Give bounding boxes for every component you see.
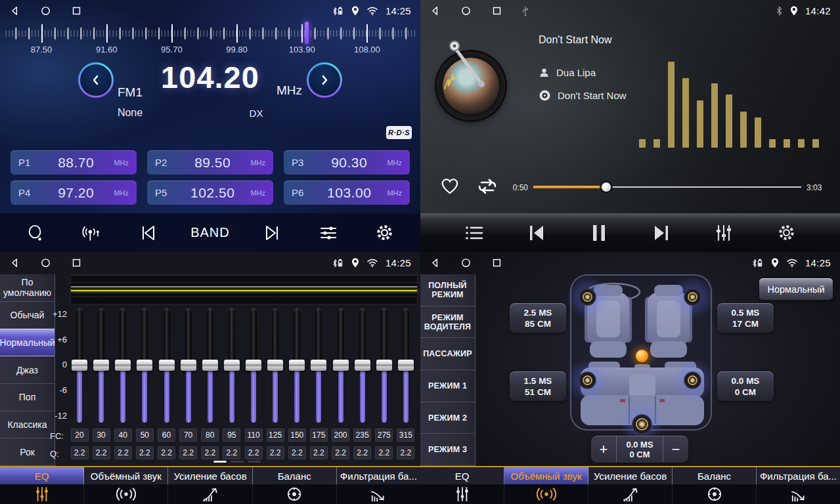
tune-up-button[interactable] — [307, 62, 342, 98]
eq-fc-value[interactable]: 70 — [179, 429, 197, 442]
settings-icon[interactable] — [370, 224, 399, 242]
tab-filter[interactable]: Фильтрация ба... — [757, 467, 840, 484]
eq-q-value[interactable]: 2.2 — [288, 446, 306, 459]
eq-sliders-icon[interactable] — [420, 484, 504, 504]
recents-icon[interactable] — [71, 257, 82, 268]
frequency-dial[interactable] — [5, 24, 415, 43]
eq-band-slider[interactable] — [309, 308, 328, 423]
eq-q-value[interactable]: 2.2 — [179, 446, 197, 459]
eq-q-value[interactable]: 2.2 — [245, 446, 263, 459]
sound-profile-button[interactable]: Нормальный — [759, 278, 833, 300]
eq-band-slider[interactable] — [222, 308, 242, 423]
eq-q-value[interactable]: 2.2 — [114, 446, 132, 459]
playlist-icon[interactable] — [460, 225, 489, 241]
radio-preset-button[interactable]: P5 102.50 MHz — [147, 180, 273, 205]
eq-band-slider[interactable] — [200, 308, 220, 423]
surround-icon[interactable] — [504, 484, 588, 504]
slider-handle[interactable] — [159, 360, 175, 371]
settings-icon[interactable] — [772, 224, 801, 242]
slider-handle[interactable] — [289, 360, 305, 371]
eq-band-slider[interactable] — [113, 308, 133, 423]
eq-band-slider[interactable] — [91, 308, 111, 423]
radio-preset-button[interactable]: P6 103.00 MHz — [284, 180, 410, 205]
progress-bar[interactable] — [533, 182, 801, 192]
slider-handle[interactable] — [267, 360, 283, 371]
slider-handle[interactable] — [137, 360, 152, 371]
eq-q-value[interactable]: 2.2 — [310, 446, 328, 459]
slider-handle[interactable] — [333, 360, 349, 371]
home-icon[interactable] — [460, 5, 472, 16]
equalizer-icon[interactable] — [314, 224, 343, 242]
bass-boost-icon[interactable] — [588, 484, 673, 504]
previous-icon[interactable] — [522, 224, 551, 242]
tab-filter[interactable]: Фильтрация ба... — [337, 467, 420, 484]
eq-fc-value[interactable]: 80 — [201, 429, 219, 442]
slider-handle[interactable] — [246, 360, 261, 371]
delay-front-right-button[interactable]: 0.5 MS 17 CM — [717, 303, 774, 333]
listening-mode-item[interactable]: РЕЖИМ 3 — [420, 434, 475, 466]
tab-balance[interactable]: Баланс — [253, 467, 337, 484]
tab-surround[interactable]: Объёмный звук — [504, 467, 588, 484]
eq-q-value[interactable]: 2.2 — [375, 446, 393, 459]
eq-sliders-icon[interactable] — [0, 484, 84, 504]
eq-q-value[interactable]: 2.2 — [136, 446, 154, 459]
eq-fc-value[interactable]: 200 — [332, 429, 349, 442]
eq-fc-value[interactable]: 40 — [114, 429, 132, 442]
eq-fc-value[interactable]: 315 — [397, 429, 414, 442]
eq-fc-value[interactable]: 95 — [223, 429, 240, 442]
listening-mode-item[interactable]: ПОЛНЫЙ РЕЖИМ — [420, 274, 475, 306]
bass-boost-icon[interactable] — [168, 484, 252, 504]
eq-q-value[interactable]: 2.2 — [93, 446, 110, 459]
radio-preset-button[interactable]: P2 89.50 MHz — [147, 150, 273, 175]
eq-band-slider[interactable] — [374, 308, 394, 423]
repeat-icon[interactable] — [475, 177, 499, 196]
tab-balance[interactable]: Баланс — [673, 467, 757, 484]
eq-band-slider[interactable] — [135, 308, 154, 423]
eq-band-slider[interactable] — [70, 308, 89, 423]
slider-handle[interactable] — [202, 360, 218, 371]
home-icon[interactable] — [40, 257, 51, 268]
tab-surround[interactable]: Объёмный звук — [84, 467, 168, 484]
next-icon[interactable] — [257, 224, 286, 242]
delay-minus-button[interactable]: − — [663, 436, 688, 463]
balance-icon[interactable] — [673, 484, 757, 504]
eq-fc-value[interactable]: 235 — [353, 429, 371, 442]
broadcast-icon[interactable] — [77, 224, 106, 242]
band-button[interactable]: BAND — [190, 225, 230, 240]
mixer-icon[interactable] — [709, 224, 738, 242]
tune-down-button[interactable] — [78, 62, 114, 98]
eq-q-value[interactable]: 2.2 — [353, 446, 371, 459]
eq-preset-item[interactable]: Рок — [0, 438, 55, 466]
filter-icon[interactable] — [337, 484, 420, 504]
surround-icon[interactable] — [84, 484, 168, 504]
pause-icon[interactable] — [585, 224, 613, 242]
listening-mode-item[interactable]: ПАССАЖИР — [420, 338, 475, 370]
previous-icon[interactable] — [134, 224, 163, 242]
eq-q-value[interactable]: 2.2 — [267, 446, 284, 459]
listening-mode-item[interactable]: РЕЖИМ 2 — [420, 402, 475, 434]
eq-q-value[interactable]: 2.2 — [332, 446, 349, 459]
scan-icon[interactable] — [21, 224, 50, 242]
delay-front-left-button[interactable]: 2.5 MS 85 CM — [510, 303, 566, 333]
eq-fc-value[interactable]: 30 — [93, 429, 110, 442]
tab-bass-boost[interactable]: Усиление басов — [588, 467, 673, 484]
slider-handle[interactable] — [398, 360, 414, 371]
eq-q-value[interactable]: 2.2 — [223, 446, 240, 459]
eq-fc-value[interactable]: 60 — [158, 429, 175, 442]
tab-eq[interactable]: EQ — [420, 467, 504, 484]
eq-fc-value[interactable]: 150 — [288, 429, 306, 442]
eq-band-slider[interactable] — [353, 308, 372, 423]
balance-icon[interactable] — [253, 484, 337, 504]
eq-band-slider[interactable] — [331, 308, 351, 423]
eq-q-value[interactable]: 2.2 — [397, 446, 414, 459]
eq-fc-value[interactable]: 125 — [267, 429, 284, 442]
next-icon[interactable] — [647, 224, 676, 242]
favorite-icon[interactable] — [440, 177, 460, 195]
slider-handle[interactable] — [376, 360, 392, 371]
delay-rear-left-button[interactable]: 1.5 MS 51 CM — [510, 371, 566, 401]
radio-preset-button[interactable]: P1 88.70 MHz — [11, 150, 137, 175]
delay-plus-button[interactable]: + — [591, 436, 616, 463]
tab-eq[interactable]: EQ — [0, 467, 84, 484]
slider-handle[interactable] — [311, 360, 326, 371]
radio-preset-button[interactable]: P4 97.20 MHz — [11, 180, 137, 205]
